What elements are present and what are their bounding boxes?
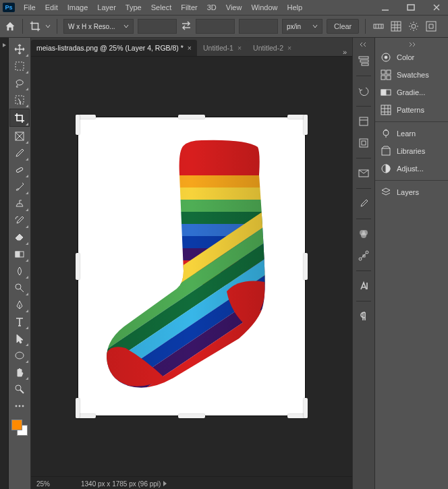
lasso-tool[interactable] (10, 74, 29, 91)
menu-help[interactable]: Help (283, 0, 308, 15)
crop-units-dropdown[interactable]: px/in (282, 19, 323, 34)
panel-icon-character[interactable] (354, 277, 373, 295)
panel-icon-paths[interactable] (354, 246, 373, 265)
close-icon[interactable]: × (287, 44, 291, 52)
menu-select[interactable]: Select (146, 0, 177, 15)
crop-tool[interactable] (9, 109, 30, 127)
close-button[interactable] (428, 1, 445, 13)
gradient-tool[interactable] (10, 246, 29, 262)
eraser-tool[interactable] (10, 229, 29, 246)
pen-tool[interactable] (10, 296, 29, 313)
menu-bar: File Edit Image Layer Type Select Filter… (19, 0, 307, 15)
panel-adjustments[interactable]: Adjust... (375, 160, 448, 177)
panel-icon-info[interactable] (354, 164, 373, 183)
menu-file[interactable]: File (19, 0, 40, 15)
menu-3d[interactable]: 3D (202, 0, 221, 15)
document-tab-active[interactable]: meias-listradas.png @ 25% (Layer 4, RGB/… (31, 40, 197, 56)
panel-icon-paragraph[interactable] (354, 307, 373, 326)
dock-collapse-icon[interactable] (353, 40, 374, 49)
crop-settings-icon[interactable] (407, 20, 420, 33)
crop-overlay-icon[interactable] (389, 20, 403, 33)
marquee-tool[interactable] (10, 57, 29, 74)
foreground-swatch[interactable] (11, 420, 22, 430)
crop-handle-left[interactable] (76, 253, 80, 280)
document-tab[interactable]: Untitled-1 × (198, 40, 247, 56)
separator (365, 19, 366, 34)
tabs-overflow-icon[interactable]: » (337, 48, 352, 56)
menu-window[interactable]: Window (246, 0, 282, 15)
crop-width-field[interactable] (138, 19, 177, 34)
menu-view[interactable]: View (221, 0, 247, 15)
type-tool[interactable] (10, 313, 29, 330)
panel-libraries[interactable]: Libraries (375, 142, 448, 160)
crop-handle-br[interactable] (287, 398, 308, 418)
path-select-tool[interactable] (10, 330, 29, 347)
crop-handle-tl[interactable] (76, 115, 96, 135)
crop-handle-top[interactable] (178, 115, 205, 119)
panel-icon-channels[interactable] (354, 225, 373, 243)
menu-filter[interactable]: Filter (176, 0, 202, 15)
crop-handle-tr[interactable] (287, 115, 308, 135)
color-swatch[interactable] (10, 418, 29, 438)
object-select-tool[interactable] (10, 91, 29, 108)
frame-tool[interactable] (10, 127, 29, 144)
crop-handle-right[interactable] (304, 253, 308, 280)
panel-icon-actions[interactable] (354, 134, 373, 152)
heal-tool[interactable] (10, 161, 29, 178)
panel-icon-history[interactable] (354, 51, 373, 70)
document-tab[interactable]: Untitled-2 × (248, 40, 297, 56)
brush-tool[interactable] (10, 178, 29, 195)
close-icon[interactable]: × (188, 44, 192, 52)
panel-label: Patterns (397, 106, 424, 114)
swap-dimensions-icon[interactable] (181, 21, 192, 32)
clear-button[interactable]: Clear (327, 19, 359, 34)
crop-handle-bl[interactable] (76, 398, 96, 418)
minimize-button[interactable] (376, 1, 394, 13)
crop-resolution-field[interactable] (239, 19, 278, 34)
blur-tool[interactable] (10, 262, 29, 279)
svg-rect-84 (382, 148, 390, 155)
clone-stamp-tool[interactable] (10, 195, 29, 212)
straighten-icon[interactable] (372, 20, 385, 33)
document-dimensions[interactable]: 1340 px x 1785 px (96 ppi) (81, 480, 161, 488)
dodge-tool[interactable] (10, 279, 29, 296)
svg-rect-14 (426, 22, 436, 31)
document-canvas[interactable] (78, 117, 305, 415)
shape-tool[interactable] (10, 347, 29, 364)
zoom-level[interactable]: 25% (36, 480, 69, 488)
panel-icon-brushes[interactable] (354, 194, 373, 213)
history-brush-tool[interactable] (10, 212, 29, 229)
crop-preset-dropdown[interactable]: W x H x Reso... (63, 19, 134, 34)
home-icon[interactable] (4, 20, 16, 32)
edit-toolbar-button[interactable] (10, 397, 29, 414)
hand-tool[interactable] (10, 364, 29, 380)
menu-type[interactable]: Type (121, 0, 146, 15)
maximize-button[interactable] (402, 1, 420, 13)
panel-layers[interactable]: Layers (375, 183, 448, 201)
close-icon[interactable]: × (237, 44, 242, 52)
panel-swatches[interactable]: Swatches (375, 66, 448, 84)
menu-layer[interactable]: Layer (92, 0, 121, 15)
panel-icon-undo[interactable] (354, 82, 373, 100)
libraries-icon (381, 146, 391, 156)
svg-line-61 (359, 170, 364, 173)
panel-patterns[interactable]: Patterns (375, 101, 448, 119)
zoom-tool[interactable] (10, 380, 29, 397)
panel-learn[interactable]: Learn (375, 125, 448, 142)
move-tool[interactable] (10, 40, 29, 57)
chevron-right-icon[interactable] (163, 481, 167, 486)
crop-height-field[interactable] (196, 19, 235, 34)
crop-handle-bottom[interactable] (178, 414, 205, 418)
eyedropper-tool[interactable] (10, 144, 29, 161)
panel-collapse-icon[interactable] (375, 40, 448, 49)
canvas-area[interactable] (31, 57, 352, 476)
content-aware-icon[interactable] (424, 20, 438, 33)
panel-gradients[interactable]: Gradie... (375, 84, 448, 101)
svg-point-26 (16, 385, 21, 391)
left-gutter[interactable] (0, 38, 9, 489)
menu-edit[interactable]: Edit (40, 0, 63, 15)
chevron-down-icon[interactable] (45, 24, 51, 29)
panel-icon-properties[interactable] (354, 112, 373, 131)
panel-color[interactable]: Color (375, 49, 448, 66)
menu-image[interactable]: Image (63, 0, 93, 15)
